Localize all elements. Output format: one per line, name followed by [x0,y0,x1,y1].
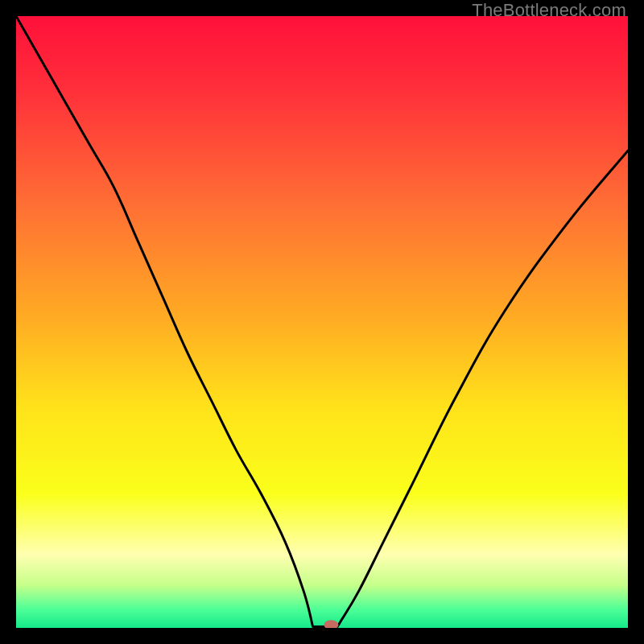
gradient-background [16,16,628,628]
watermark-text: TheBottleneck.com [472,0,626,21]
chart-frame [16,16,628,628]
bottleneck-chart [16,16,628,628]
